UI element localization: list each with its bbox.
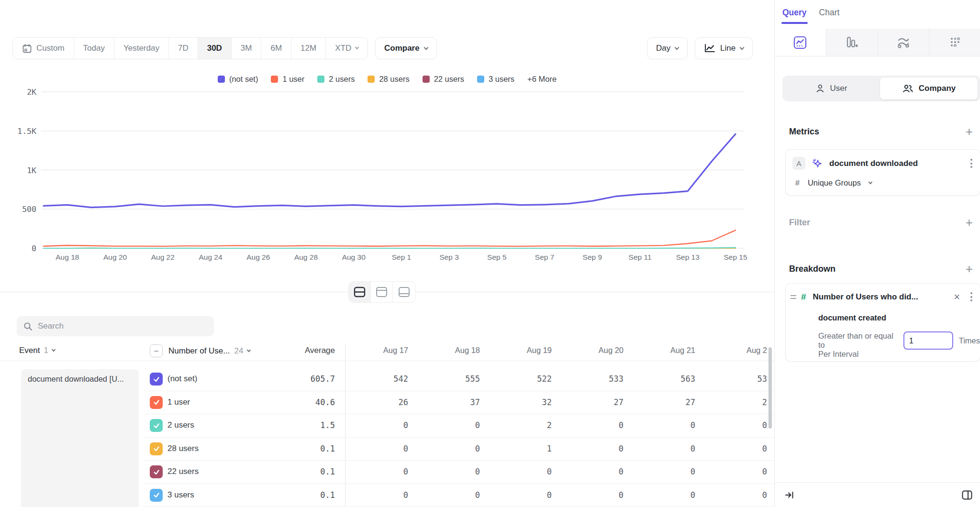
event-column-header[interactable]: Event 1 [19,346,55,355]
compare-button[interactable]: Compare [375,37,437,59]
panel-footer [775,482,980,507]
entity-option-company[interactable]: Company [880,77,978,99]
cell-value: 0 [695,490,767,500]
calendar-icon [22,44,32,54]
remove-breakdown-button[interactable]: × [954,292,960,302]
series-checkbox[interactable] [150,419,163,432]
date-column-header: Aug 17 [336,346,408,355]
cell-value: 0 [408,420,480,430]
times-value-input[interactable] [903,331,953,350]
series-label: (not set) [167,374,197,384]
svg-text:1.5K: 1.5K [17,127,36,136]
date-range-yesterday[interactable]: Yesterday [114,38,169,59]
cell-value: 0 [336,490,408,500]
cell-value: 0 [336,467,408,476]
company-users-icon [902,84,913,93]
series-checkbox[interactable] [150,489,163,502]
svg-text:Aug 22: Aug 22 [151,253,175,261]
breakdown-title: Number of Users who did... [813,292,949,302]
date-column-header: Aug 2 [695,346,767,355]
drag-handle-icon[interactable] [791,295,796,299]
series-checkbox[interactable] [150,465,163,478]
date-range-30d[interactable]: 30D [198,38,232,59]
series-checkbox[interactable] [150,373,163,386]
svg-text:Aug 24: Aug 24 [199,253,223,261]
date-column-header: Aug 19 [480,346,552,355]
breakdown-section-header: Breakdown + [789,263,973,275]
add-metric-button[interactable]: + [966,125,973,138]
average-value: 0.1 [268,444,335,453]
breakdown-event-name[interactable]: document created [818,313,886,322]
cell-value: 0 [408,467,480,476]
cell-value: 0 [336,444,408,453]
date-range-group: CustomTodayYesterday7D30D3M6M12MXTD [12,37,368,59]
search-box [17,316,214,336]
entity-toggle: User Company [782,76,980,101]
cell-value: 0 [552,490,624,500]
tab-query[interactable]: Query [782,8,807,24]
metric-menu-button[interactable] [969,157,974,170]
add-breakdown-button[interactable]: + [966,263,973,275]
table-header: Event 1 − Number of Use... 24 Average Au… [0,343,774,361]
series-checkbox[interactable] [150,396,163,409]
layout-table-only-button[interactable] [393,282,415,302]
range-label: 30D [207,44,222,53]
breakdown-menu-button[interactable] [969,290,974,303]
date-range-7d[interactable]: 7D [169,38,198,59]
collapse-panel-icon[interactable] [784,490,795,500]
event-header-label: Event [19,346,40,355]
chart-type-dropdown[interactable]: Line [695,37,753,59]
series-header-group[interactable]: Number of Use... 24 [168,346,250,356]
cell-value: 0 [336,420,408,430]
tab-chart[interactable]: Chart [819,8,840,24]
metric-letter-badge: A [792,157,805,170]
layout-chart-only-button[interactable] [371,282,393,302]
cell-value: 0 [480,490,552,500]
breakdown-card: # Number of Users who did... × document … [785,283,980,362]
condition-label[interactable]: Greater than or equal to [818,331,898,350]
chart-type-scatter-tab[interactable] [929,29,980,56]
cell-value: 542 [336,374,408,384]
svg-text:Aug 20: Aug 20 [103,253,127,261]
series-line-(not set) [44,134,735,207]
range-label: 7D [178,44,189,53]
line-chart-icon [793,36,807,49]
metrics-heading: Metrics [789,127,819,137]
chart-type-line-tab[interactable] [775,29,826,56]
date-range-custom[interactable]: Custom [13,38,74,59]
metric-card[interactable]: A document downloaded # Unique Groups [785,149,980,196]
add-filter-button[interactable]: + [966,216,973,229]
aggregation-selector[interactable]: # Unique Groups [795,178,872,187]
cell-value: 0 [552,467,624,476]
entity-option-user[interactable]: User [782,76,880,101]
per-interval-label[interactable]: Per Interval [818,350,858,359]
series-checkbox[interactable] [150,442,163,455]
vertical-scrollbar[interactable] [768,347,772,429]
date-range-6m[interactable]: 6M [261,38,291,59]
svg-text:Sep 7: Sep 7 [535,253,555,261]
date-range-3m[interactable]: 3M [232,38,262,59]
breakdown-card-header: # Number of Users who did... × [791,290,974,303]
series-line-1 user [44,230,735,246]
date-range-xtd[interactable]: XTD [326,38,368,59]
side-panel-icon[interactable] [961,490,973,500]
svg-text:0: 0 [32,244,36,253]
date-range-12m[interactable]: 12M [291,38,326,59]
date-range-today[interactable]: Today [74,38,114,59]
table-row: 1 user40.626373227272 [144,391,774,415]
cell-value: 0 [624,420,695,430]
interval-dropdown[interactable]: Day [647,37,688,59]
chevron-down-icon [247,348,251,352]
search-input[interactable] [38,321,207,331]
event-count: 1 [44,346,48,355]
svg-text:Sep 13: Sep 13 [676,253,700,261]
cell-value: 0 [624,490,695,500]
select-all-checkbox[interactable]: − [150,344,163,357]
cell-value: 1 [480,444,552,453]
layout-split-button[interactable] [349,282,371,302]
cell-value: 0 [624,444,695,453]
metric-name: document downloaded [829,159,962,168]
cell-value: 0 [624,467,695,476]
chart-type-bar-tab[interactable] [826,29,878,56]
chart-type-flow-tab[interactable] [878,29,929,56]
